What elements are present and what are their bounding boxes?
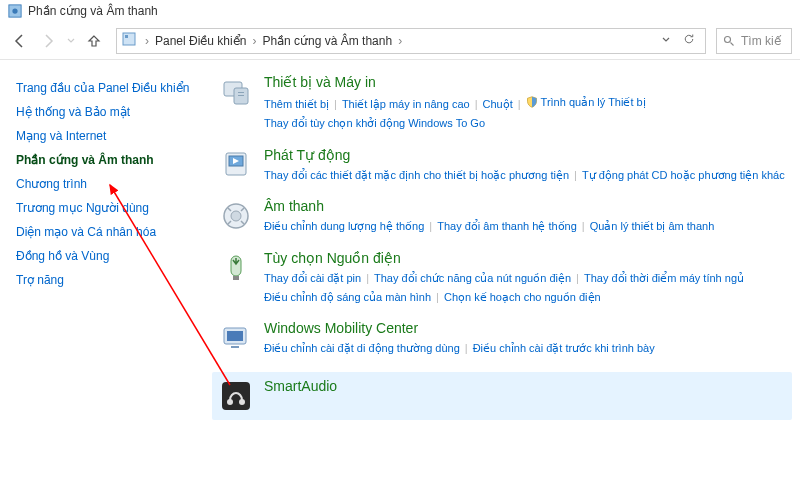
category-link[interactable]: Điều chỉnh cài đặt trước khi trình bày [473, 342, 655, 354]
svg-rect-3 [125, 35, 128, 38]
category-link[interactable]: Thay đổi chức năng của nút nguồn điện [374, 272, 571, 284]
up-button[interactable] [82, 29, 106, 53]
category-row: Tùy chọn Nguồn điệnThay đổi cài đặt pin|… [218, 250, 792, 306]
svg-rect-15 [233, 276, 239, 280]
category-title[interactable]: Windows Mobility Center [264, 320, 792, 336]
sidebar-item[interactable]: Mạng và Internet [16, 124, 190, 148]
svg-rect-17 [227, 331, 243, 341]
category-link[interactable]: Trình quản lý Thiết bị [541, 93, 646, 112]
category-link[interactable]: Chuột [482, 98, 512, 110]
category-link[interactable]: Tự động phát CD hoặc phương tiện khác [582, 169, 785, 181]
category-link[interactable]: Quản lý thiết bị âm thanh [590, 220, 715, 232]
category-link[interactable]: Thay đổi các thiết đặt mặc định cho thiế… [264, 169, 569, 181]
category-link[interactable]: Thiết lập máy in nâng cao [342, 98, 470, 110]
category-row: Windows Mobility CenterĐiều chỉnh cài đặ… [218, 320, 792, 358]
chevron-right-icon: › [250, 34, 258, 48]
category-link[interactable]: Thay đổi âm thanh hệ thống [437, 220, 577, 232]
svg-point-20 [227, 399, 233, 405]
svg-point-13 [231, 211, 241, 221]
breadcrumb[interactable]: › Panel Điều khiển › Phần cứng và Âm tha… [116, 28, 706, 54]
svg-point-1 [12, 8, 17, 13]
svg-point-4 [725, 36, 731, 42]
category-title[interactable]: Phát Tự động [264, 147, 792, 163]
category-links: Thêm thiết bị|Thiết lập máy in nâng cao|… [264, 93, 792, 133]
category-icon [218, 147, 254, 183]
category-link[interactable]: Thêm thiết bị [264, 98, 329, 110]
breadcrumb-seg-2[interactable]: Phần cứng và Âm thanh [258, 34, 396, 48]
category-title[interactable]: Thiết bị và Máy in [264, 74, 792, 90]
svg-rect-8 [238, 95, 244, 96]
sidebar-item[interactable]: Phần cứng và Âm thanh [16, 148, 190, 172]
svg-rect-2 [123, 33, 135, 45]
category-icon [218, 198, 254, 234]
category-link[interactable]: Điều chỉnh dung lượng hệ thống [264, 220, 424, 232]
category-icon [218, 378, 254, 414]
category-title[interactable]: Tùy chọn Nguồn điện [264, 250, 792, 266]
category-links: Điều chỉnh dung lượng hệ thống|Thay đổi … [264, 217, 792, 236]
sidebar-item[interactable]: Trợ năng [16, 268, 190, 292]
toolbar: › Panel Điều khiển › Phần cứng và Âm tha… [0, 22, 800, 60]
category-links: Thay đổi cài đặt pin|Thay đổi chức năng … [264, 269, 792, 306]
search-icon [723, 35, 735, 47]
category-link[interactable]: Điều chỉnh độ sáng của màn hình [264, 291, 431, 303]
sidebar-item[interactable]: Diện mạo và Cá nhân hóa [16, 220, 190, 244]
sidebar-item[interactable]: Trương mục Người dùng [16, 196, 190, 220]
category-link[interactable]: Chọn kế hoạch cho nguồn điện [444, 291, 601, 303]
control-panel-icon [121, 31, 137, 50]
sidebar: Trang đầu của Panel Điều khiểnHệ thống v… [0, 60, 200, 500]
svg-point-21 [239, 399, 245, 405]
chevron-right-icon: › [143, 34, 151, 48]
category-icon [218, 320, 254, 356]
category-icon [218, 250, 254, 286]
category-link[interactable]: Điều chỉnh cài đặt di động thường dùng [264, 342, 460, 354]
svg-rect-19 [222, 382, 250, 410]
category-title[interactable]: SmartAudio [264, 378, 792, 394]
category-links: Thay đổi các thiết đặt mặc định cho thiế… [264, 166, 792, 185]
sidebar-item[interactable]: Chương trình [16, 172, 190, 196]
svg-rect-18 [231, 346, 239, 348]
forward-button[interactable] [36, 29, 60, 53]
shield-icon [526, 96, 538, 108]
breadcrumb-dropdown[interactable] [655, 34, 677, 48]
recent-dropdown[interactable] [64, 29, 78, 53]
back-button[interactable] [8, 29, 32, 53]
search-input[interactable]: Tìm kiế [716, 28, 792, 54]
category-links: Điều chỉnh cài đặt di động thường dùng|Đ… [264, 339, 792, 358]
category-title[interactable]: Âm thanh [264, 198, 792, 214]
window-title: Phần cứng và Âm thanh [28, 4, 158, 18]
refresh-button[interactable] [677, 33, 701, 48]
control-panel-icon [8, 4, 22, 18]
category-row: Âm thanhĐiều chỉnh dung lượng hệ thống|T… [218, 198, 792, 236]
category-link[interactable]: Thay đổi thời điểm máy tính ngủ [584, 272, 744, 284]
sidebar-item[interactable]: Đồng hồ và Vùng [16, 244, 190, 268]
category-row: Phát Tự độngThay đổi các thiết đặt mặc đ… [218, 147, 792, 185]
category-row: SmartAudio [212, 372, 792, 420]
category-row: Thiết bị và Máy inThêm thiết bị|Thiết lậ… [218, 74, 792, 133]
chevron-right-icon: › [396, 34, 404, 48]
category-link[interactable]: Thay đổi tùy chọn khởi động Windows To G… [264, 117, 485, 129]
main-content: Thiết bị và Máy inThêm thiết bị|Thiết lậ… [200, 60, 800, 500]
category-link[interactable]: Thay đổi cài đặt pin [264, 272, 361, 284]
breadcrumb-seg-1[interactable]: Panel Điều khiển [151, 34, 250, 48]
search-placeholder: Tìm kiế [741, 34, 781, 48]
category-icon [218, 74, 254, 110]
title-bar: Phần cứng và Âm thanh [0, 0, 800, 22]
sidebar-item[interactable]: Hệ thống và Bảo mật [16, 100, 190, 124]
sidebar-item[interactable]: Trang đầu của Panel Điều khiển [16, 76, 190, 100]
svg-rect-7 [238, 92, 244, 93]
